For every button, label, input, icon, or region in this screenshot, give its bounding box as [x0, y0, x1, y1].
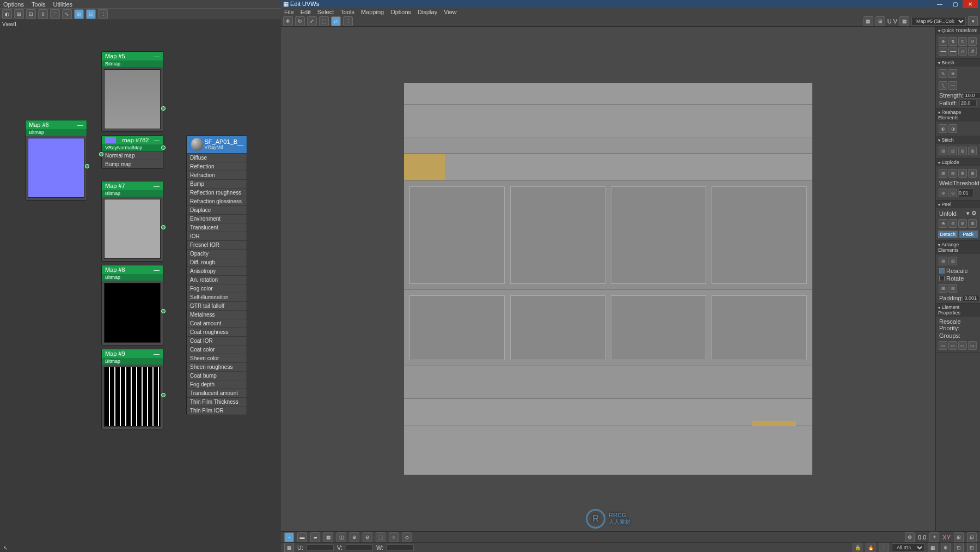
- u-input[interactable]: [307, 544, 334, 551]
- uv-viewport[interactable]: RRRCG人人素材: [281, 27, 935, 531]
- arrange-btn[interactable]: ⊞: [948, 284, 957, 293]
- maximize-button[interactable]: ▢: [947, 0, 963, 8]
- mtl-slot[interactable]: IOR: [187, 232, 247, 240]
- tool-6[interactable]: ⋮: [343, 16, 353, 26]
- menu-display[interactable]: Display: [418, 9, 437, 15]
- node-collapse-icon[interactable]: —: [237, 141, 243, 148]
- toolbar-btn-6[interactable]: ⊞: [74, 9, 84, 19]
- mtl-slot[interactable]: Thin Film IOR: [187, 406, 247, 415]
- node-map5[interactable]: Map #5— Bitmap: [101, 51, 163, 132]
- group-btn[interactable]: ▭: [968, 341, 977, 350]
- toolbar-btn-1[interactable]: ◐: [2, 9, 12, 19]
- explode-btn[interactable]: ⊞: [948, 169, 957, 178]
- menu-tools-uv[interactable]: Tools: [340, 9, 354, 15]
- section-explode[interactable]: Explode: [936, 159, 980, 166]
- toolbar-btn-7[interactable]: ⊟: [86, 9, 96, 19]
- mtl-slot[interactable]: Bump: [187, 179, 247, 188]
- node-collapse-icon[interactable]: —: [154, 183, 160, 189]
- grid-toggle[interactable]: ⊞: [954, 532, 964, 542]
- sel-btn[interactable]: ◫: [336, 532, 346, 542]
- stitch-btn[interactable]: ⊞: [939, 147, 947, 155]
- mtl-slot[interactable]: Coat bump: [187, 371, 247, 380]
- mtl-slot[interactable]: Coat amount: [187, 319, 247, 327]
- detach-button[interactable]: Detach: [938, 230, 958, 238]
- toolbar-counter[interactable]: 0: [38, 9, 48, 19]
- node-map8[interactable]: Map #8— Bitmap: [101, 265, 163, 345]
- mtl-slot[interactable]: Diffuse: [187, 153, 247, 162]
- mtl-slot[interactable]: Sheen roughness: [187, 362, 247, 371]
- qt-btn[interactable]: ⇵: [968, 47, 977, 56]
- rescale-checkbox[interactable]: [939, 268, 945, 274]
- section-reshape[interactable]: Reshape Elements: [936, 108, 980, 122]
- rotate-checkbox[interactable]: [939, 276, 945, 281]
- mtl-slot[interactable]: Displace: [187, 205, 247, 214]
- toolbar-btn-5[interactable]: ⤡: [62, 9, 72, 19]
- status-btn[interactable]: ▦: [284, 543, 294, 553]
- mtl-slot[interactable]: Translucent: [187, 223, 247, 232]
- mtl-slot[interactable]: Refraction glossiness: [187, 197, 247, 205]
- mtl-slot[interactable]: Diff. rough.: [187, 258, 247, 266]
- toolbar-btn-4[interactable]: ∵: [50, 9, 60, 19]
- mtl-slot[interactable]: Metalness: [187, 310, 247, 319]
- ids-dropdown[interactable]: All IDs: [892, 543, 924, 552]
- mtl-slot[interactable]: Opacity: [187, 249, 247, 258]
- section-brush[interactable]: Brush: [936, 59, 980, 66]
- brush-paint-icon[interactable]: ✎: [939, 69, 947, 78]
- mtl-slot[interactable]: Environment: [187, 214, 247, 223]
- mtl-slot[interactable]: GTR tail falloff: [187, 301, 247, 310]
- section-quick-transform[interactable]: Quick Transform: [936, 27, 980, 34]
- v-input[interactable]: [346, 544, 373, 551]
- padding-input[interactable]: [963, 295, 980, 301]
- node-collapse-icon[interactable]: —: [154, 53, 160, 59]
- qt-btn[interactable]: ✥: [939, 37, 947, 46]
- node-map9[interactable]: Map #9— Bitmap: [101, 349, 163, 429]
- explode-btn[interactable]: ⊞: [958, 169, 967, 178]
- node-map6[interactable]: Map #6— Bitmap: [25, 120, 87, 201]
- gear-icon[interactable]: ⚙: [905, 532, 915, 542]
- node-collapse-icon[interactable]: —: [154, 350, 160, 357]
- reshape-btn[interactable]: ◑: [948, 124, 957, 133]
- status-btn[interactable]: ⊡: [954, 543, 964, 553]
- peel-btn[interactable]: ⊞: [968, 219, 977, 228]
- menu-options-uv[interactable]: Options: [390, 9, 411, 15]
- arrange-btn[interactable]: ⊞: [939, 284, 947, 293]
- section-stitch[interactable]: Stitch: [936, 136, 980, 144]
- mtl-slot[interactable]: Fresnel IOR: [187, 240, 247, 249]
- bumpmap-slot[interactable]: Bump map: [102, 160, 163, 168]
- menu-tools[interactable]: Tools: [32, 1, 46, 8]
- weld-btn[interactable]: ⊕: [939, 189, 947, 197]
- group-btn[interactable]: ▭: [958, 341, 967, 350]
- falloff-input[interactable]: [959, 100, 977, 106]
- sel-btn[interactable]: ⬚: [376, 532, 385, 542]
- mtl-slot[interactable]: Refraction: [187, 171, 247, 179]
- magnet-icon[interactable]: ⌖: [929, 532, 939, 542]
- mtl-slot[interactable]: Translucent amount: [187, 389, 247, 397]
- lock-icon[interactable]: 🔒: [853, 543, 862, 553]
- node-canvas[interactable]: Map #5— Bitmap Map #6— Bitmap map #782— …: [0, 28, 281, 544]
- sel-edge[interactable]: ▬: [297, 532, 307, 542]
- qt-btn[interactable]: ⟷: [939, 47, 947, 56]
- menu-file[interactable]: File: [284, 9, 294, 15]
- stitch-btn[interactable]: ⊞: [948, 147, 957, 155]
- arrange-btn[interactable]: ⊞: [948, 257, 957, 265]
- menu-utilities[interactable]: Utilities: [53, 1, 72, 8]
- node-collapse-icon[interactable]: —: [77, 122, 83, 128]
- node-vraymtl[interactable]: SF_AP01_B VRayMtl — Diffuse Reflection R…: [186, 135, 247, 415]
- sel-btn[interactable]: ⊕: [350, 532, 359, 542]
- qt-btn[interactable]: ⟷: [948, 47, 957, 56]
- section-peel[interactable]: Peel: [936, 201, 980, 208]
- explode-btn[interactable]: ⊞: [968, 169, 977, 178]
- qt-btn[interactable]: ⇅: [948, 37, 957, 46]
- peel-btn[interactable]: ⊞: [958, 219, 967, 228]
- titlebar[interactable]: ▦ Edit UVWs — ▢ ✕: [281, 0, 980, 8]
- section-elemprops[interactable]: Element Properties: [936, 304, 980, 317]
- w-input[interactable]: [387, 544, 414, 551]
- dots-icon[interactable]: ⋮: [879, 543, 889, 553]
- expand-icon[interactable]: ▾: [968, 16, 978, 26]
- brush-curve-icon[interactable]: 〰: [948, 81, 957, 90]
- grid-icon[interactable]: ⊞: [875, 16, 885, 26]
- mtl-slot[interactable]: Self-illumination: [187, 293, 247, 301]
- mtl-slot[interactable]: Coat roughness: [187, 327, 247, 336]
- node-collapse-icon[interactable]: —: [154, 137, 160, 143]
- mtl-slot[interactable]: Thin Film Thickness: [187, 397, 247, 406]
